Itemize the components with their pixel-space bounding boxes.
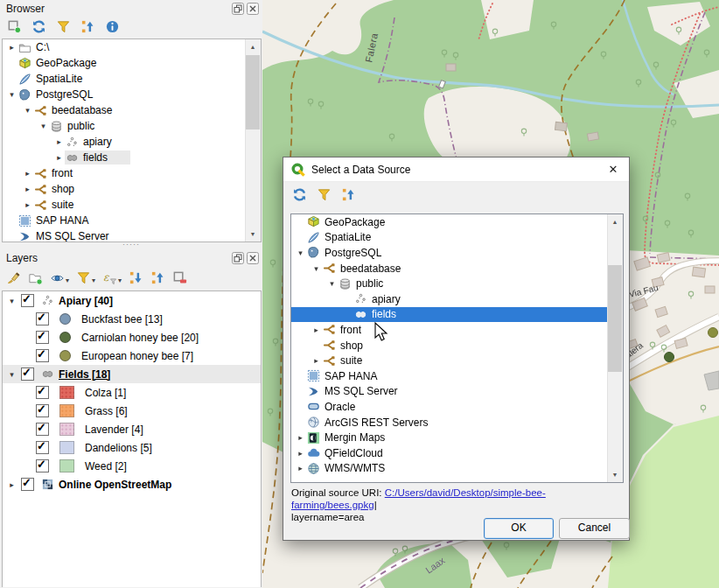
scrollbar-thumb[interactable] — [246, 55, 260, 130]
add-selected-layers-icon[interactable] — [7, 19, 22, 34]
dropdown-caret-icon[interactable]: ▾ — [118, 276, 122, 285]
tree-item-shop[interactable]: shop — [291, 338, 623, 354]
tree-item-buckfast-bee-13[interactable]: Buckfast bee [13] — [3, 310, 261, 328]
close-panel-button[interactable] — [247, 3, 259, 15]
scroll-up-icon[interactable]: ▲ — [608, 215, 622, 228]
tree-item-apiary-40[interactable]: ▾Apiary [40] — [3, 291, 261, 310]
tree-item-online-openstreetmap[interactable]: ▸Online OpenStreetMap — [3, 475, 261, 494]
tree-item-lavender-4[interactable]: Lavender [4] — [3, 420, 261, 438]
filter-browser-icon[interactable] — [317, 187, 332, 202]
expand-all-icon[interactable] — [129, 270, 143, 285]
layer-checkbox[interactable] — [21, 368, 34, 381]
layer-checkbox[interactable] — [36, 459, 49, 472]
layer-checkbox[interactable] — [21, 478, 34, 491]
map-themes-icon[interactable]: ▾ — [50, 270, 69, 285]
tree-item-weed-2[interactable]: Weed [2] — [3, 457, 261, 475]
add-group-icon[interactable] — [28, 270, 43, 285]
filter-browser-icon[interactable] — [56, 19, 71, 34]
tree-item-colza-1[interactable]: Colza [1] — [3, 383, 261, 402]
layer-checkbox[interactable] — [36, 331, 49, 344]
dropdown-caret-icon[interactable]: ▾ — [92, 276, 95, 285]
tree-item-beedatabase[interactable]: ▾beedatabase — [291, 261, 623, 276]
expand-arrow-icon[interactable]: ▸ — [295, 449, 306, 458]
layer-checkbox[interactable] — [36, 312, 49, 326]
tree-item-sap-hana[interactable]: SAP HANA — [291, 368, 623, 384]
float-panel-button[interactable] — [232, 3, 244, 15]
scrollbar-thumb[interactable] — [608, 265, 622, 372]
tree-item-ms-sql-server[interactable]: MS SQL Server — [291, 384, 623, 400]
layer-checkbox[interactable] — [21, 294, 34, 307]
layer-checkbox[interactable] — [36, 404, 49, 417]
layer-checkbox[interactable] — [36, 386, 49, 399]
tree-item-fields[interactable]: ▸fields — [3, 150, 261, 165]
remove-layer-icon[interactable] — [172, 270, 187, 285]
expand-arrow-icon[interactable]: ▸ — [22, 169, 33, 178]
tree-item-suite[interactable]: ▸suite — [291, 353, 623, 368]
expand-arrow-icon[interactable]: ▾ — [6, 90, 17, 99]
collapse-all-icon[interactable] — [341, 187, 356, 202]
dialog-scrollbar[interactable]: ▲ ▼ — [607, 214, 623, 482]
tree-item-sap-hana[interactable]: SAP HANA — [3, 213, 261, 228]
tree-item-mergin-maps[interactable]: ▸Mergin Maps — [291, 430, 623, 445]
tree-item-geopackage[interactable]: GeoPackage — [291, 214, 623, 230]
tree-item-shop[interactable]: ▸shop — [3, 181, 261, 197]
expand-arrow-icon[interactable]: ▸ — [53, 137, 65, 146]
layer-checkbox[interactable] — [36, 441, 49, 454]
properties-widget-icon[interactable] — [105, 19, 120, 34]
tree-item-c[interactable]: ▸C:\ — [3, 39, 261, 55]
refresh-icon[interactable] — [292, 187, 307, 202]
dialog-close-icon[interactable]: ✕ — [605, 163, 621, 176]
tree-item-wms-wmts[interactable]: ▸WMS/WMTS — [291, 461, 623, 477]
ok-button[interactable]: OK — [484, 518, 554, 539]
tree-item-public[interactable]: ▾public — [3, 118, 261, 134]
tree-item-front[interactable]: ▸front — [3, 165, 261, 181]
tree-item-dandelions-5[interactable]: Dandelions [5] — [3, 438, 261, 457]
expand-arrow-icon[interactable]: ▸ — [295, 433, 306, 442]
filter-legend-icon[interactable]: ▾ — [76, 270, 95, 285]
expand-arrow-icon[interactable]: ▸ — [6, 43, 17, 52]
dropdown-caret-icon[interactable]: ▾ — [66, 276, 69, 285]
close-panel-button[interactable] — [247, 252, 259, 264]
expression-filter-icon[interactable]: ε▾ — [102, 270, 122, 285]
tree-item-spatialite[interactable]: SpatiaLite — [3, 71, 261, 87]
browser-scrollbar[interactable]: ▲ ▼ — [245, 39, 261, 242]
tree-item-fields-18[interactable]: ▾Fields [18] — [3, 365, 261, 383]
expand-arrow-icon[interactable]: ▸ — [22, 200, 33, 209]
collapse-all-icon[interactable] — [80, 19, 95, 34]
tree-item-grass-6[interactable]: Grass [6] — [3, 402, 261, 420]
layer-styling-icon[interactable] — [6, 270, 21, 285]
scroll-down-icon[interactable]: ▼ — [246, 228, 260, 241]
tree-item-postgresql[interactable]: ▾PostgreSQL — [3, 87, 261, 102]
layer-checkbox[interactable] — [36, 349, 49, 362]
tree-item-beedatabase[interactable]: ▾beedatabase — [3, 102, 261, 118]
expand-arrow-icon[interactable]: ▸ — [22, 185, 33, 193]
scroll-up-icon[interactable]: ▲ — [246, 40, 260, 53]
expand-arrow-icon[interactable]: ▾ — [6, 370, 17, 379]
scroll-down-icon[interactable]: ▼ — [608, 468, 622, 481]
tree-item-front[interactable]: ▸front — [291, 322, 623, 338]
tree-item-geopackage[interactable]: GeoPackage — [3, 55, 261, 71]
expand-arrow-icon[interactable]: ▾ — [295, 248, 306, 257]
tree-item-apiary[interactable]: ▸apiary — [3, 134, 261, 150]
collapse-all-icon[interactable] — [150, 270, 165, 285]
tree-item-european-honey-bee-7[interactable]: European honey bee [7] — [3, 346, 261, 365]
tree-item-arcgis-rest-servers[interactable]: ArcGIS REST Servers — [291, 415, 623, 430]
tree-item-apiary[interactable]: apiary — [291, 291, 623, 307]
tree-item-qfieldcloud[interactable]: ▸QFieldCloud — [291, 445, 623, 461]
expand-arrow-icon[interactable]: ▸ — [295, 464, 306, 472]
cancel-button[interactable]: Cancel — [559, 518, 630, 539]
float-panel-button[interactable] — [232, 252, 244, 264]
tree-item-public[interactable]: ▾public — [291, 276, 623, 291]
expand-arrow-icon[interactable]: ▾ — [38, 122, 49, 130]
tree-item-oracle[interactable]: Oracle — [291, 399, 623, 415]
layer-checkbox[interactable] — [36, 423, 49, 436]
expand-arrow-icon[interactable]: ▸ — [53, 153, 65, 162]
expand-arrow-icon[interactable]: ▸ — [311, 326, 322, 334]
tree-item-suite[interactable]: ▸suite — [3, 197, 261, 213]
tree-item-spatialite[interactable]: SpatiaLite — [291, 230, 623, 246]
expand-arrow-icon[interactable]: ▾ — [311, 264, 322, 273]
expand-arrow-icon[interactable]: ▸ — [311, 356, 322, 365]
expand-arrow-icon[interactable]: ▾ — [6, 297, 17, 305]
refresh-icon[interactable] — [31, 19, 46, 34]
panel-splitter[interactable] — [0, 242, 262, 249]
